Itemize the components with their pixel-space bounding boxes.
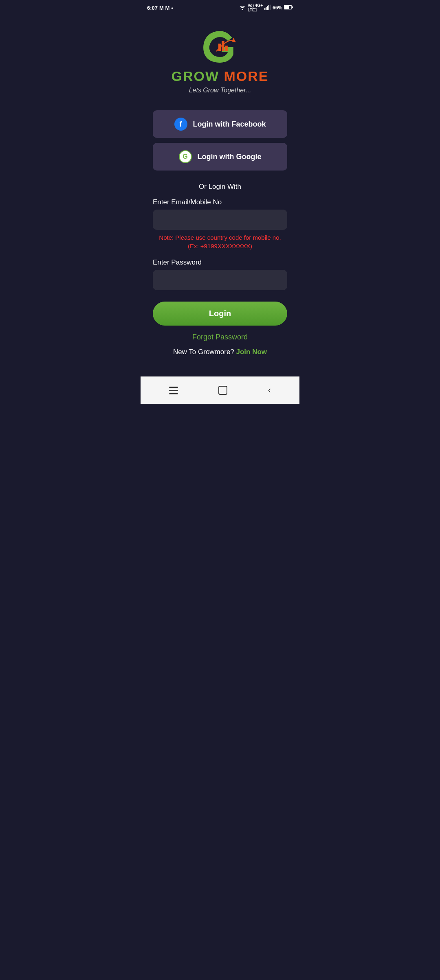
facebook-login-label: Login with Facebook [193,120,266,129]
signal-icon [264,4,271,11]
svg-rect-1 [264,8,265,10]
facebook-icon: f [174,118,187,131]
svg-rect-8 [284,6,289,9]
status-right: Vo) 4G+LTE1 66% [239,3,293,12]
menu-nav-button[interactable] [161,384,186,397]
google-icon: G [179,150,192,163]
join-now-container: New To Growmore? Join Now [153,348,287,356]
menu-icon [169,387,178,394]
battery-icon [284,5,293,11]
svg-rect-2 [266,7,266,10]
google-login-button[interactable]: G Login with Google [153,143,287,171]
svg-rect-3 [267,6,268,10]
google-login-label: Login with Google [198,153,262,161]
home-nav-button[interactable] [210,383,235,397]
svg-rect-4 [268,5,269,10]
social-buttons: f Login with Facebook G Login with Googl… [153,110,287,171]
app-title-more: MORE [224,68,269,84]
app-title-grow: GROW [172,68,220,84]
new-user-text: New To Growmore? [173,348,234,356]
facebook-login-button[interactable]: f Login with Facebook [153,110,287,138]
status-left: 6:07 M M • [147,5,173,11]
network-text: Vo) 4G+LTE1 [248,3,263,12]
password-label: Enter Password [153,258,287,267]
home-icon [218,386,227,395]
nav-bar: ‹ [141,376,299,404]
email-input[interactable] [153,210,287,230]
status-bar: 6:07 M M • Vo) 4G+LTE1 66% [141,0,299,15]
battery-text: 66% [273,5,282,11]
svg-rect-11 [225,46,228,51]
svg-point-0 [242,9,243,10]
svg-rect-7 [292,6,293,8]
login-button[interactable]: Login [153,302,287,326]
password-section: Enter Password [153,258,287,293]
app-subtitle: Lets Grow Together... [189,87,251,94]
main-content: GROW MORE Lets Grow Together... f Login … [141,15,299,376]
note-text: Note: Please use country code for mobile… [153,233,287,250]
svg-rect-5 [270,4,271,10]
dot-indicator: • [171,5,173,11]
back-icon: ‹ [268,385,271,396]
time-display: 6:07 [147,5,158,11]
back-nav-button[interactable]: ‹ [260,383,279,398]
or-divider: Or Login With [199,183,241,191]
password-input[interactable] [153,270,287,290]
forgot-password-link[interactable]: Forgot Password [153,333,287,341]
app-logo [200,28,240,64]
form-section: Enter Email/Mobile No Note: Please use c… [153,198,287,368]
wifi-icon [239,4,246,11]
svg-marker-12 [232,38,236,42]
email-label: Enter Email/Mobile No [153,198,287,206]
notification-icons: M M [159,5,169,11]
join-now-link[interactable]: Join Now [236,348,267,356]
logo-container: GROW MORE Lets Grow Together... [172,28,269,94]
app-title: GROW MORE [172,68,269,84]
